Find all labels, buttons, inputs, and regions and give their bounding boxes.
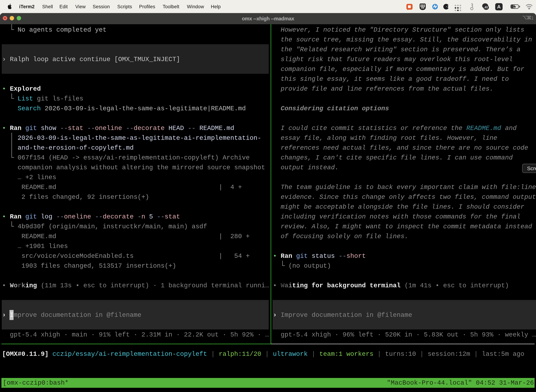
svg-text:1: 1: [531, 15, 533, 21]
